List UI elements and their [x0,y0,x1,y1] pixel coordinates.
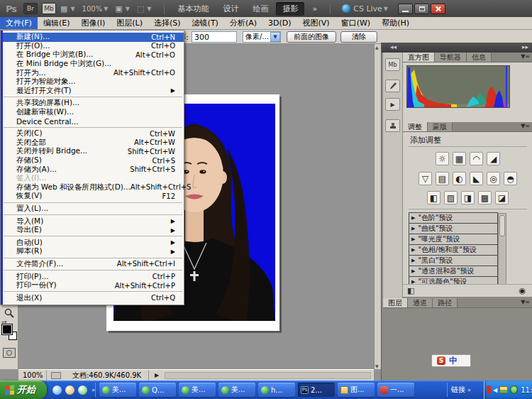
preset-group-3[interactable]: ▶"曝光度"预设 [409,234,498,245]
invert-adjustment-icon[interactable]: ◧ [427,191,440,204]
levels-adjustment-icon[interactable]: ▦ [453,152,466,165]
layers-tab-1[interactable]: 图层 [383,298,408,307]
taskbar-task-2[interactable]: Q... [139,383,176,397]
security-shield-icon[interactable] [510,386,518,394]
vertical-scrollbar[interactable]: ▲▼ [374,44,381,369]
tray-picture-icon[interactable] [499,386,508,393]
scrollbar-thumb[interactable] [499,215,505,236]
file-menu-item-16[interactable]: 存储(S)Ctrl+S [1,156,184,165]
taskbar-task-1[interactable]: 美... [99,383,136,397]
file-menu-item-25[interactable]: 导出(E)▶ [1,226,184,235]
taskbar-task-7[interactable]: 图... [338,383,375,397]
file-menu-item-11[interactable]: Device Central... [1,116,184,126]
menubar-item-8[interactable]: 3D(D) [262,17,297,29]
file-menu-item-14[interactable]: 关闭全部Alt+Ctrl+W [1,138,184,148]
exposure-adjustment-icon[interactable]: ◢ [487,152,500,165]
resolution-unit-select[interactable]: 像素/... ▼ [243,31,281,43]
tray-app-icon[interactable] [487,386,491,394]
ime-indicator[interactable]: S 中 [431,354,471,367]
vibrance-adjustment-icon[interactable]: ▽ [419,172,432,185]
file-menu-item-17[interactable]: 存储为(A)...Shift+Ctrl+S [1,165,184,174]
expand-arrow-icon[interactable]: ▶ [411,268,415,274]
menubar-item-11[interactable]: 帮助(H) [376,17,415,29]
clear-button[interactable]: 清除 [340,31,377,43]
zoom-tool[interactable] [2,307,16,319]
file-menu-item-3[interactable]: 在 Bridge 中浏览(B)...Alt+Ctrl+O [1,50,184,60]
file-menu-item-15[interactable]: 关闭并转到 Bridge...Shift+Ctrl+W [1,147,184,156]
channel-mixer-adjustment-icon[interactable]: ◓ [504,172,517,185]
arrange-documents-button[interactable]: ▣▼ [115,4,130,13]
expanded-view-icon[interactable]: ◉ [519,286,526,295]
launch-bridge-button[interactable]: Br [23,3,38,14]
file-menu-item-19[interactable]: 存储为 Web 和设备所用格式(D)...Alt+Shift+Ctrl+S [1,183,184,192]
switch-panel-icon[interactable]: ◧ [407,286,414,295]
restore-button[interactable] [414,4,429,14]
workspace-button-1[interactable]: 基本功能 [171,2,215,16]
hide-icons-icon[interactable]: ◀ [493,387,497,393]
expand-arrow-icon[interactable]: ▶ [411,236,415,242]
workspace-button-3[interactable]: 绘画 [246,2,275,16]
preset-group-1[interactable]: ▶"色阶"预设 [409,212,498,224]
black-white-adjustment-icon[interactable]: ◣ [470,172,483,185]
quick-mask-button[interactable] [3,348,16,358]
photo-filter-adjustment-icon[interactable]: ◎ [487,172,500,185]
quick-launch-2-icon[interactable] [65,386,74,395]
layers-tab-2[interactable]: 通道 [408,298,433,307]
taskbar-task-6[interactable]: Ps2... [298,383,335,397]
menubar-item-5[interactable]: 选择(S) [148,17,187,29]
brightness-contrast-adjustment-icon[interactable]: ☼ [436,152,449,165]
foreground-color-swatch[interactable] [2,324,12,334]
menubar-item-1[interactable]: 文件(F) [0,17,38,29]
posterize-adjustment-icon[interactable]: ▨ [444,191,458,204]
expand-dock-icon[interactable]: ▸▸ [522,43,528,50]
menubar-item-6[interactable]: 滤镜(T) [187,17,224,29]
resolution-input[interactable] [192,31,237,43]
expand-arrow-icon[interactable]: ▶ [411,215,415,221]
file-menu-item-9[interactable]: 共享我的屏幕(H)... [1,99,184,108]
panel-menu-icon[interactable]: ▼≡ [521,53,530,60]
gradient-map-adjustment-icon[interactable]: ▩ [478,191,492,204]
layers-tab-3[interactable]: 路径 [433,298,458,307]
preset-group-5[interactable]: ▶"黑白"预设 [409,255,498,266]
brush-panel-button[interactable] [385,80,400,92]
horizontal-scrollbar[interactable] [165,372,371,379]
selective-color-adjustment-icon[interactable]: ◪ [495,191,509,204]
file-menu-item-6[interactable]: 打开为智能对象... [1,77,184,87]
menubar-item-10[interactable]: 窗口(W) [336,17,376,29]
taskbar-task-3[interactable]: 美... [179,383,216,397]
histogram-tab-3[interactable]: 信息 [467,53,492,62]
adjustments-tab-2[interactable]: 蒙版 [428,122,453,131]
workspace-button-2[interactable]: 设计 [216,2,245,16]
file-menu-item-1[interactable]: 新建(N)...Ctrl+N [1,33,184,42]
color-balance-adjustment-icon[interactable]: ◐ [453,172,466,185]
menubar-item-7[interactable]: 分析(A) [224,17,262,29]
file-menu-item-13[interactable]: 关闭(C)Ctrl+W [1,129,184,138]
workspace-overflow-button[interactable]: » [306,3,323,15]
adjustments-tab-1[interactable]: 调整 [403,122,428,131]
preset-scrollbar[interactable]: ▼ [498,213,506,293]
file-menu-item-35[interactable]: 退出(X)Ctrl+Q [1,293,184,302]
screen-mode-button[interactable]: ⬚▼ [137,4,152,13]
expand-arrow-icon[interactable]: ▶ [411,247,415,253]
hue-saturation-adjustment-icon[interactable]: ▤ [436,172,449,185]
file-menu-item-24[interactable]: 导入(M)▶ [1,217,184,226]
quick-launch-1-icon[interactable] [52,386,62,395]
status-zoom[interactable]: 100% [18,370,47,381]
file-menu-item-30[interactable]: 文件简介(F)...Alt+Shift+Ctrl+I [1,260,184,269]
file-menu-item-28[interactable]: 脚本(R)▶ [1,247,184,256]
taskbar-task-5[interactable]: h... [258,383,295,397]
histogram-tab-2[interactable]: 导航器 [435,53,467,62]
file-menu-item-20[interactable]: 恢复(V)F12 [1,192,184,201]
status-menu-icon[interactable]: ▶ [155,372,159,378]
menubar-item-9[interactable]: 视图(V) [297,17,336,29]
front-image-button[interactable]: 前面的图像 [287,31,336,43]
panel-menu-icon[interactable]: ▼≡ [521,123,530,129]
actions-panel-button[interactable]: ▶ [385,98,400,111]
launch-mini-bridge-button[interactable]: Mb [42,3,56,14]
preset-group-2[interactable]: ▶"曲线"预设 [409,223,498,234]
file-menu-item-27[interactable]: 自动(U)▶ [1,238,184,247]
quick-launch-3-icon[interactable] [78,386,87,395]
histogram-tab-1[interactable]: 直方图 [403,53,435,62]
scroll-down-icon[interactable]: ▼ [375,364,379,368]
collapse-dock-icon[interactable]: ◂◂ [390,43,397,50]
